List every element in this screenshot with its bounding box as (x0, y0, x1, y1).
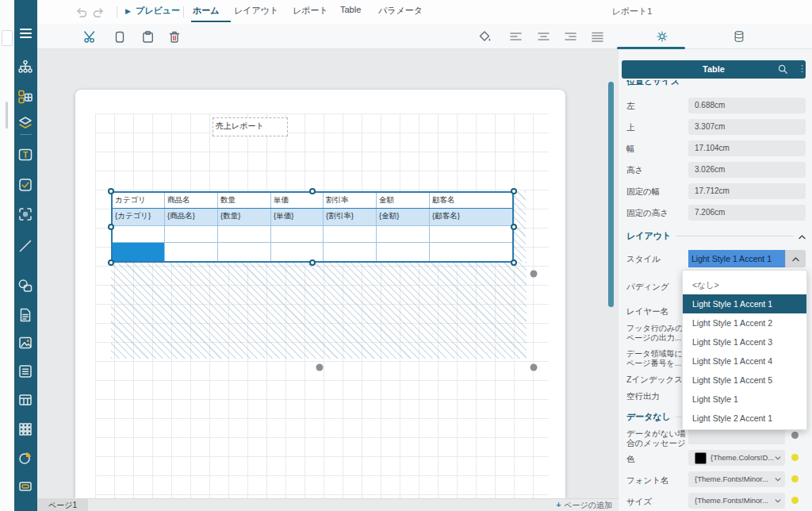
fixed-size-resize-handle[interactable] (530, 271, 538, 278)
table-cell[interactable] (271, 243, 324, 261)
nodata-message-field[interactable] (688, 428, 785, 444)
panel-more-icon[interactable]: ⋮ (798, 63, 806, 74)
table-tool-icon[interactable] (17, 392, 33, 408)
add-page-button[interactable]: +ページの追加 (556, 499, 612, 511)
line-tool-icon[interactable] (17, 238, 33, 254)
selection-handle[interactable] (108, 188, 114, 194)
style-option[interactable]: Light Style 1 Accent 3 (683, 332, 806, 352)
align-right-icon[interactable] (563, 24, 577, 49)
style-option[interactable]: Light Style 1 Accent 5 (683, 371, 806, 390)
table-cell[interactable]: 商品名 (165, 193, 218, 208)
table-cell[interactable] (377, 243, 430, 261)
align-center-icon[interactable] (536, 24, 550, 49)
table-cell[interactable] (271, 226, 324, 242)
selection-handle[interactable] (511, 188, 517, 194)
style-option[interactable]: Light Style 2 Accent 1 (683, 409, 806, 428)
align-justify-icon[interactable] (590, 24, 604, 49)
list-icon[interactable] (17, 363, 33, 379)
design-canvas[interactable]: 売上レポート カテゴリ 商品名 数量 単価 割引率 金額 顧客名 {カテゴリ} … (37, 49, 619, 511)
table-cell[interactable]: 数量 (218, 193, 271, 208)
selection-handle[interactable] (511, 224, 517, 230)
search-icon[interactable] (777, 63, 788, 76)
top-field[interactable]: 3.307cm (688, 119, 806, 135)
copy-icon[interactable] (113, 24, 127, 49)
table-cell[interactable] (430, 243, 512, 261)
table-cell[interactable] (165, 226, 218, 242)
hierarchy-icon[interactable] (17, 59, 33, 75)
style-option[interactable]: Light Style 1 Accent 2 (683, 313, 806, 332)
properties-scrollbar[interactable] (608, 82, 614, 307)
table-cell[interactable]: {割引率} (324, 209, 377, 225)
paste-icon[interactable] (140, 24, 155, 49)
report-title-textbox[interactable]: 売上レポート (213, 117, 288, 136)
table-cell[interactable]: {数量} (218, 209, 271, 225)
table-cell[interactable]: 金額 (377, 193, 430, 208)
textbox-icon[interactable]: T (17, 147, 33, 163)
fixed-height-field[interactable]: 7.206cm (688, 205, 806, 221)
selected-element-bar[interactable]: Table ⋮ (622, 60, 806, 79)
matrix-icon[interactable] (17, 421, 33, 437)
selection-handle[interactable] (108, 224, 114, 230)
selection-handle[interactable] (108, 259, 114, 266)
style-combobox-dropdown-button[interactable] (785, 250, 806, 267)
hamburger-menu-icon[interactable] (20, 29, 32, 40)
tab-table[interactable]: Table (340, 5, 361, 14)
table-cell[interactable]: 顧客名 (430, 193, 512, 208)
style-option[interactable]: Light Style 1 Accent 4 (683, 352, 806, 371)
table-cell[interactable]: {単価} (271, 209, 324, 225)
table-cell-selected[interactable] (113, 243, 165, 261)
table-cell[interactable]: 割引率 (324, 193, 377, 208)
table-cell[interactable] (324, 226, 377, 242)
table-cell[interactable] (324, 243, 377, 261)
table-cell[interactable]: {カテゴリ} (113, 209, 165, 225)
table-cell[interactable] (377, 226, 430, 242)
subreport-icon[interactable] (17, 478, 33, 494)
fill-color-icon[interactable] (477, 24, 492, 49)
table-cell[interactable] (430, 226, 512, 242)
table-cell[interactable]: {商品名} (165, 209, 218, 225)
rich-text-icon[interactable] (17, 307, 33, 323)
table-cell[interactable]: {金額} (377, 209, 430, 225)
fixed-width-field[interactable]: 17.712cm (688, 183, 806, 199)
delete-icon[interactable] (167, 24, 182, 49)
tab-parameter[interactable]: パラメータ (378, 5, 423, 17)
tab-layout[interactable]: レイアウト (234, 5, 278, 17)
table-cell[interactable] (218, 226, 271, 242)
collapse-chevron-icon[interactable] (799, 232, 806, 241)
shapes-icon[interactable] (17, 278, 33, 294)
width-field[interactable]: 17.104cm (688, 140, 806, 156)
style-combobox-value[interactable]: Light Style 1 Accent 1 (688, 250, 785, 267)
image-icon[interactable] (17, 335, 33, 351)
undo-icon[interactable] (73, 0, 89, 25)
style-option-selected[interactable]: Light Style 1 Accent 1 (683, 294, 806, 313)
style-option[interactable]: Light Style 1 (683, 390, 806, 409)
align-left-icon[interactable] (508, 24, 523, 49)
selection-handle[interactable] (309, 259, 316, 266)
selection-handle[interactable] (511, 259, 517, 266)
grouping-icon[interactable] (17, 89, 33, 105)
data-source-icon[interactable] (732, 24, 746, 49)
table-element[interactable]: カテゴリ 商品名 数量 単価 割引率 金額 顧客名 {カテゴリ} {商品名} {… (111, 191, 514, 263)
fixed-size-resize-handle[interactable] (316, 364, 324, 371)
gear-icon[interactable] (655, 24, 669, 49)
table-cell[interactable]: {顧客名} (430, 209, 512, 225)
selection-tool-icon[interactable] (17, 206, 33, 222)
nodata-size-field[interactable]: {Theme.Fonts!Minor... (688, 493, 785, 509)
nodata-font-field[interactable]: {Theme.Fonts!Minor... (688, 471, 785, 487)
section-layout-header[interactable]: レイアウト (626, 230, 806, 242)
style-option[interactable]: <なし> (683, 275, 806, 294)
nodata-color-field[interactable]: {Theme.Colors!D... (688, 450, 785, 466)
redo-icon[interactable] (91, 0, 107, 25)
table-cell[interactable]: 単価 (271, 193, 324, 208)
selection-handle[interactable] (309, 188, 316, 194)
height-field[interactable]: 3.026cm (688, 162, 806, 178)
tab-report[interactable]: レポート (293, 5, 328, 17)
table-cell[interactable] (165, 243, 218, 261)
table-cell[interactable]: カテゴリ (113, 193, 165, 208)
tab-home[interactable]: ホーム (193, 5, 220, 17)
cut-icon[interactable] (82, 24, 97, 49)
left-field[interactable]: 0.688cm (688, 98, 806, 113)
checkbox-icon[interactable] (17, 177, 33, 193)
fixed-size-resize-handle[interactable] (530, 364, 538, 371)
chart-icon[interactable] (17, 450, 33, 466)
